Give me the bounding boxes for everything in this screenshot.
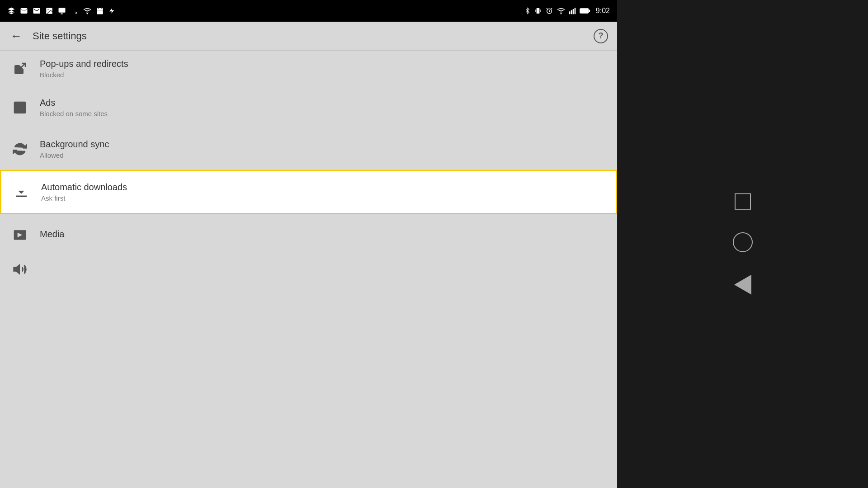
ads-icon: [13, 100, 27, 115]
photo-icon: [45, 7, 53, 15]
svg-rect-21: [575, 8, 576, 14]
settings-item-popups[interactable]: Pop-ups and redirects Blocked: [0, 51, 617, 87]
status-bar: 9:02: [0, 0, 617, 22]
popups-title: Pop-ups and redirects: [40, 59, 128, 69]
calendar-icon: [96, 7, 104, 15]
svg-rect-23: [589, 9, 590, 12]
flash-icon: [108, 7, 115, 15]
back-arrow-icon: ←: [10, 29, 22, 43]
wifi-icon: [83, 7, 91, 15]
media-title: Media: [40, 229, 64, 239]
wifi-signal-icon: [557, 7, 565, 15]
alarm-icon: [545, 7, 553, 15]
settings-item-background-sync[interactable]: Background sync Allowed: [0, 128, 617, 170]
background-sync-title: Background sync: [40, 139, 109, 150]
svg-point-5: [87, 13, 88, 14]
svg-point-1: [47, 9, 48, 10]
svg-line-15: [547, 8, 547, 9]
exchange-icon: [71, 7, 79, 15]
download-icon-container: [9, 179, 34, 205]
layers-icon: [7, 7, 15, 15]
android-nav-sidebar: [617, 0, 868, 488]
ads-subtitle: Blocked on some sites: [40, 110, 108, 117]
settings-item-automatic-downloads[interactable]: Automatic downloads Ask first: [0, 170, 617, 214]
svg-rect-22: [580, 9, 589, 13]
svg-rect-20: [573, 9, 574, 14]
popups-icon-container: [7, 56, 33, 81]
svg-rect-19: [571, 10, 572, 14]
ads-icon-container: [7, 95, 33, 120]
svg-rect-18: [569, 11, 571, 14]
android-nav-buttons: [733, 193, 753, 295]
svg-rect-2: [59, 8, 66, 13]
media-icon: [13, 228, 27, 242]
settings-item-ads[interactable]: Ads Blocked on some sites: [0, 87, 617, 128]
battery-icon: [580, 8, 590, 14]
sound-icon-container: [7, 257, 33, 282]
ads-text: Ads Blocked on some sites: [40, 98, 108, 117]
media-text: Media: [40, 229, 64, 241]
gmail-icon: [33, 7, 41, 15]
bluetooth-icon: [524, 7, 531, 15]
main-content: 9:02 ← Site settings ? Pop-ups a: [0, 0, 617, 488]
email-icon: [20, 7, 28, 15]
background-sync-subtitle: Allowed: [40, 151, 109, 159]
status-icons-left: [7, 7, 115, 15]
svg-rect-25: [14, 102, 25, 113]
popups-text: Pop-ups and redirects Blocked: [40, 59, 128, 79]
external-link-icon: [13, 61, 27, 76]
media-icon-container: [7, 222, 33, 248]
help-button[interactable]: ?: [592, 27, 610, 45]
help-icon: ?: [594, 29, 608, 43]
recents-button[interactable]: [735, 193, 751, 210]
status-icons-right: 9:02: [524, 7, 610, 15]
status-time: 9:02: [596, 7, 610, 15]
back-nav-button[interactable]: [734, 275, 751, 295]
page-title: Site settings: [33, 30, 592, 42]
ads-title: Ads: [40, 98, 108, 108]
svg-point-17: [561, 13, 561, 14]
automatic-downloads-text: Automatic downloads Ask first: [41, 182, 127, 202]
svg-marker-29: [14, 265, 19, 274]
svg-line-16: [551, 8, 552, 9]
svg-rect-6: [97, 8, 103, 14]
automatic-downloads-title: Automatic downloads: [41, 182, 127, 192]
automatic-downloads-subtitle: Ask first: [41, 194, 127, 202]
desktop-icon: [58, 7, 66, 15]
download-icon: [14, 185, 28, 199]
home-button[interactable]: [733, 232, 753, 252]
toolbar: ← Site settings ?: [0, 22, 617, 51]
settings-item-media[interactable]: Media: [0, 214, 617, 256]
sync-icon-container: [7, 136, 33, 162]
vibrate-icon: [534, 7, 542, 15]
signal-icon: [569, 7, 576, 15]
svg-marker-10: [109, 8, 114, 14]
svg-rect-11: [537, 8, 540, 14]
settings-list: Pop-ups and redirects Blocked Ads Blocke…: [0, 51, 617, 488]
popups-subtitle: Blocked: [40, 71, 128, 79]
settings-item-sound[interactable]: [0, 256, 617, 283]
sound-icon: [13, 262, 27, 277]
background-sync-text: Background sync Allowed: [40, 139, 109, 159]
sync-icon: [13, 142, 27, 156]
back-button[interactable]: ←: [7, 27, 25, 45]
